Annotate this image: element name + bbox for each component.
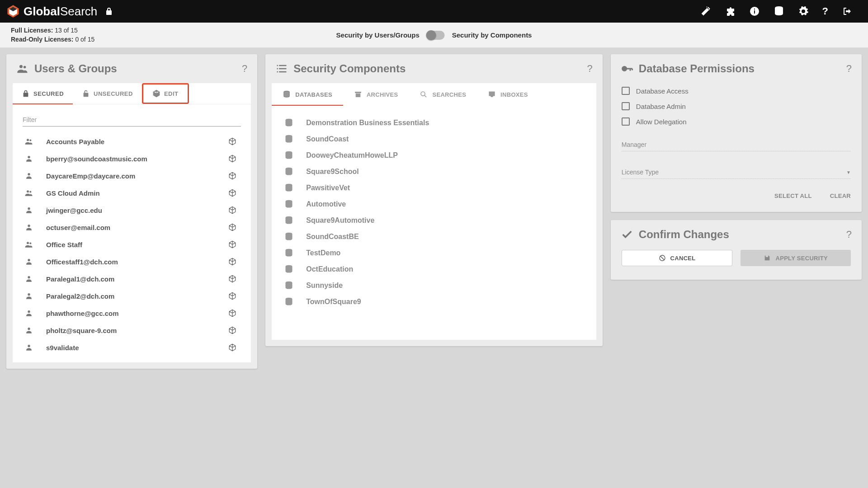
tab-databases[interactable]: DATABASES <box>272 83 343 106</box>
tab-inboxes[interactable]: INBOXES <box>477 83 539 106</box>
cube-icon[interactable] <box>228 343 236 352</box>
cube-icon[interactable] <box>228 275 236 283</box>
help-icon[interactable]: ? <box>822 5 828 17</box>
database-row[interactable]: TestDemo <box>284 245 584 261</box>
database-row[interactable]: Demonstration Business Essentials <box>284 115 584 131</box>
user-label: Accounts Payable <box>46 138 104 145</box>
tab-archives[interactable]: ARCHIVES <box>343 83 409 106</box>
brand-logo-icon <box>6 5 20 18</box>
user-row[interactable]: Paralegal1@dch.com <box>23 270 239 287</box>
database-icon <box>284 200 293 209</box>
logout-icon[interactable] <box>842 6 853 17</box>
info-icon[interactable] <box>749 6 760 17</box>
checkbox[interactable] <box>622 117 630 126</box>
database-row[interactable]: Automotive <box>284 196 584 212</box>
user-label: GS Cloud Admin <box>46 189 100 197</box>
database-row[interactable]: Square9Automotive <box>284 212 584 229</box>
checkbox[interactable] <box>622 102 630 110</box>
user-label: Paralegal2@dch.com <box>46 292 114 300</box>
database-icon <box>284 183 293 192</box>
user-row[interactable]: GS Cloud Admin <box>23 184 239 202</box>
user-label: phawthorne@gcc.com <box>46 310 118 317</box>
cube-icon[interactable] <box>228 172 236 180</box>
user-row[interactable]: s9validate <box>23 339 239 356</box>
database-icon <box>284 216 293 225</box>
tab-unsecured[interactable]: UNSECURED <box>73 83 142 104</box>
user-row[interactable]: phawthorne@gcc.com <box>23 305 239 322</box>
cube-icon[interactable] <box>228 292 236 300</box>
cube-icon[interactable] <box>228 189 236 197</box>
user-row[interactable]: Paralegal2@dch.com <box>23 287 239 305</box>
check-database-admin[interactable]: Database Admin <box>622 99 851 114</box>
database-icon <box>284 167 293 176</box>
checkbox[interactable] <box>622 87 630 95</box>
user-icon <box>23 343 35 352</box>
database-name: OctEducation <box>306 265 353 273</box>
user-label: Paralegal1@dch.com <box>46 275 114 283</box>
user-row[interactable]: DaycareEmp@daycare.com <box>23 167 239 184</box>
mode-users-groups-label: Security by Users/Groups <box>336 31 420 39</box>
database-icon <box>283 90 291 99</box>
puzzle-icon[interactable] <box>725 6 736 17</box>
user-icon <box>23 206 35 215</box>
user-row[interactable]: jwinger@gcc.edu <box>23 202 239 219</box>
user-icon <box>23 291 35 300</box>
database-row[interactable]: OctEducation <box>284 261 584 277</box>
user-row[interactable]: Accounts Payable <box>23 133 239 150</box>
database-row[interactable]: PawsitiveVet <box>284 180 584 196</box>
database-row[interactable]: TownOfSquare9 <box>284 294 584 310</box>
tab-edit[interactable]: EDIT <box>142 83 189 104</box>
database-name: Automotive <box>306 200 346 208</box>
database-icon[interactable] <box>774 6 784 17</box>
apply-security-button[interactable]: APPLY SECURITY <box>741 250 851 266</box>
database-row[interactable]: SoundCoast <box>284 131 584 147</box>
confirm-help[interactable]: ? <box>846 229 852 240</box>
check-allow-delegation[interactable]: Allow Delegation <box>622 114 851 129</box>
cube-icon[interactable] <box>228 137 236 145</box>
top-bar: GlobalSearch ? <box>0 0 868 23</box>
user-row[interactable]: Office Staff <box>23 236 239 253</box>
security-mode-switch: Security by Users/Groups Security by Com… <box>336 31 532 40</box>
permissions-help[interactable]: ? <box>846 63 852 75</box>
database-row[interactable]: DooweyCheatumHoweLLP <box>284 147 584 164</box>
users-groups-help[interactable]: ? <box>242 63 247 75</box>
users-list[interactable]: Accounts Payablebperry@soundcoastmusic.c… <box>23 133 241 362</box>
cancel-button[interactable]: CANCEL <box>622 250 733 266</box>
user-icon <box>23 154 35 163</box>
cube-icon[interactable] <box>228 326 236 334</box>
wand-icon[interactable] <box>700 6 711 17</box>
database-icon <box>284 135 293 144</box>
user-row[interactable]: bperry@soundcoastmusic.com <box>23 150 239 167</box>
user-icon <box>23 309 35 318</box>
user-label: Officestaff1@dch.com <box>46 258 118 266</box>
user-row[interactable]: octuser@email.com <box>23 219 239 236</box>
cube-icon[interactable] <box>228 223 236 231</box>
cube-icon[interactable] <box>228 155 236 163</box>
components-help[interactable]: ? <box>587 63 593 75</box>
database-row[interactable]: Sunnyside <box>284 277 584 294</box>
select-all-button[interactable]: SELECT ALL <box>774 192 812 199</box>
cube-icon[interactable] <box>228 258 236 266</box>
filter-input[interactable] <box>23 113 241 127</box>
mode-toggle[interactable] <box>427 31 445 40</box>
license-type-select[interactable]: License Type▼ <box>622 167 851 179</box>
manager-field[interactable]: Manager <box>622 139 851 151</box>
database-icon <box>284 249 293 258</box>
user-row[interactable]: pholtz@square-9.com <box>23 322 239 339</box>
database-icon <box>284 281 293 290</box>
check-database-access[interactable]: Database Access <box>622 83 851 99</box>
user-row[interactable]: Officestaff1@dch.com <box>23 253 239 270</box>
gear-icon[interactable] <box>798 6 809 17</box>
database-row[interactable]: Square9School <box>284 164 584 180</box>
database-row[interactable]: SoundCoastBE <box>284 229 584 245</box>
cube-icon[interactable] <box>228 206 236 214</box>
tab-searches[interactable]: SEARCHES <box>409 83 477 106</box>
mode-components-label: Security by Components <box>452 31 532 39</box>
cube-icon[interactable] <box>228 240 236 249</box>
database-name: TownOfSquare9 <box>306 298 361 306</box>
tab-secured[interactable]: SECURED <box>13 83 73 104</box>
workspace: Users & Groups ? SECURED UNSECURED EDIT … <box>0 48 868 375</box>
clear-button[interactable]: CLEAR <box>830 192 851 199</box>
cube-icon[interactable] <box>228 309 236 317</box>
group-icon <box>23 240 35 249</box>
